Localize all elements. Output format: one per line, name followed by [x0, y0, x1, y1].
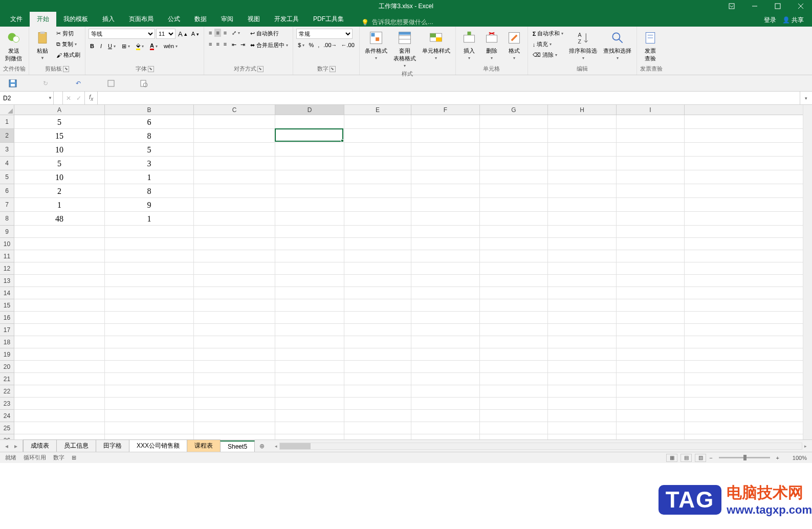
cell[interactable] [411, 226, 480, 238]
row-header[interactable]: 17 [0, 324, 14, 336]
enter-formula-button[interactable]: ✓ [76, 95, 81, 102]
cell[interactable]: 1 [105, 170, 194, 184]
cell[interactable] [14, 262, 105, 275]
cell[interactable] [105, 262, 194, 275]
cancel-formula-button[interactable]: ✕ [66, 95, 71, 102]
cell[interactable] [548, 250, 617, 262]
cell[interactable] [480, 157, 548, 170]
chevron-down-icon[interactable]: ▼ [48, 96, 52, 100]
cell[interactable] [411, 287, 480, 299]
cell[interactable] [275, 238, 344, 250]
row-header[interactable]: 22 [0, 385, 14, 398]
cell[interactable] [480, 336, 548, 348]
cell[interactable] [411, 262, 480, 275]
cell[interactable] [617, 336, 685, 348]
cell[interactable] [411, 385, 480, 398]
normal-view-button[interactable]: ▦ [666, 454, 677, 462]
cell[interactable] [617, 348, 685, 361]
share-button[interactable]: 👤 共享 [782, 16, 804, 25]
tab-pdf[interactable]: PDF工具集 [306, 12, 351, 27]
row-header[interactable]: 3 [0, 143, 14, 157]
cell[interactable] [105, 373, 194, 385]
cell[interactable] [617, 212, 685, 226]
cell[interactable] [480, 385, 548, 398]
cell[interactable] [344, 212, 411, 226]
cell[interactable] [14, 299, 105, 312]
cell[interactable] [480, 198, 548, 212]
fx-icon[interactable]: fx [85, 92, 98, 104]
sheet-tab[interactable]: 田字格 [96, 439, 129, 452]
increase-decimal-button[interactable]: .00→ [322, 41, 338, 49]
cell[interactable] [617, 184, 685, 198]
cell[interactable] [275, 385, 344, 398]
font-dialog-launcher[interactable]: ⬊ [148, 66, 154, 72]
select-all-corner[interactable] [0, 105, 14, 115]
cell[interactable] [344, 170, 411, 184]
cell[interactable] [548, 129, 617, 143]
row-header[interactable]: 21 [0, 373, 14, 385]
cell[interactable] [411, 212, 480, 226]
phonetic-button[interactable]: wén▾ [162, 42, 179, 50]
cell[interactable] [548, 422, 617, 434]
cell[interactable] [194, 299, 275, 312]
cell[interactable] [105, 299, 194, 312]
cell[interactable] [344, 422, 411, 434]
cell[interactable] [411, 348, 480, 361]
cell[interactable] [14, 385, 105, 398]
column-header[interactable]: I [617, 105, 685, 115]
worksheet-grid[interactable]: ABCDEFGHI 123456789101112131415161718192… [0, 105, 812, 439]
cell[interactable]: 15 [14, 129, 105, 143]
horizontal-scrollbar[interactable] [279, 443, 802, 450]
column-header[interactable]: D [275, 105, 344, 115]
cell[interactable] [617, 422, 685, 434]
cell[interactable] [275, 143, 344, 157]
accounting-format-button[interactable]: $▾ [296, 41, 306, 49]
cell[interactable] [480, 422, 548, 434]
wrap-text-button[interactable]: ↩自动换行 [249, 29, 290, 38]
cell[interactable] [275, 299, 344, 312]
cell[interactable] [194, 275, 275, 287]
percent-format-button[interactable]: % [307, 41, 315, 49]
cell[interactable] [194, 312, 275, 324]
cell[interactable] [275, 287, 344, 299]
cell[interactable] [548, 275, 617, 287]
column-header[interactable]: A [14, 105, 105, 115]
cell[interactable] [194, 157, 275, 170]
cell[interactable] [275, 336, 344, 348]
name-box-input[interactable] [3, 95, 50, 102]
row-header[interactable]: 14 [0, 287, 14, 299]
cell[interactable] [105, 312, 194, 324]
tab-formulas[interactable]: 公式 [161, 12, 187, 27]
cell[interactable]: 5 [14, 115, 105, 129]
sheet-tab[interactable]: 课程表 [187, 439, 221, 452]
cell[interactable] [411, 250, 480, 262]
row-header[interactable]: 2 [0, 129, 14, 143]
cell[interactable] [411, 157, 480, 170]
cut-button[interactable]: ✂剪切 [55, 29, 82, 38]
cell[interactable] [411, 324, 480, 336]
conditional-formatting-button[interactable]: 条件格式▾ [363, 29, 389, 61]
delete-cells-button[interactable]: 删除▾ [481, 29, 502, 61]
cell[interactable] [194, 373, 275, 385]
cell[interactable] [480, 212, 548, 226]
undo-button[interactable]: ↶ [73, 78, 84, 89]
cell[interactable] [194, 226, 275, 238]
cell[interactable]: 8 [105, 184, 194, 198]
cell[interactable] [548, 212, 617, 226]
sign-in-button[interactable]: 登录 [764, 16, 776, 25]
cell[interactable] [194, 422, 275, 434]
cell[interactable] [105, 410, 194, 422]
cell[interactable] [344, 275, 411, 287]
cell[interactable] [275, 361, 344, 373]
find-select-button[interactable]: 查找和选择▾ [601, 29, 633, 61]
cell[interactable] [105, 275, 194, 287]
tab-page-layout[interactable]: 页面布局 [122, 12, 161, 27]
cell[interactable] [480, 348, 548, 361]
cell[interactable] [344, 198, 411, 212]
cell[interactable]: 1 [105, 212, 194, 226]
cell[interactable] [411, 170, 480, 184]
align-bottom-button[interactable]: ≡ [222, 29, 228, 37]
row-header[interactable]: 12 [0, 262, 14, 275]
cell[interactable] [548, 361, 617, 373]
cell[interactable] [548, 336, 617, 348]
